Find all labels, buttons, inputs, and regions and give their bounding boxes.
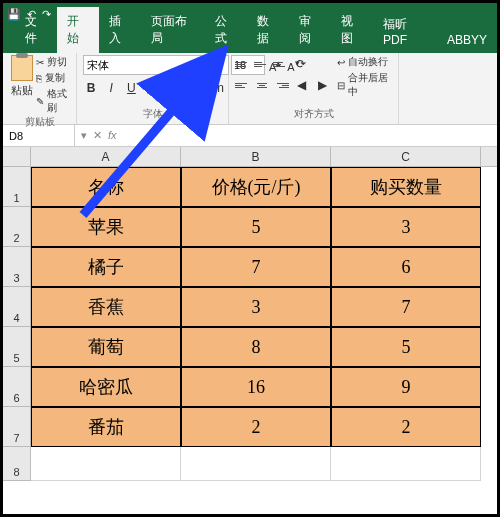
- namebox-dropdown-icon[interactable]: ▾: [81, 129, 87, 142]
- cell[interactable]: [331, 447, 481, 481]
- row-header[interactable]: 6: [3, 367, 31, 407]
- name-box[interactable]: D8: [3, 125, 75, 146]
- tab-data[interactable]: 数据: [247, 7, 289, 53]
- row-header[interactable]: 1: [3, 167, 31, 207]
- wrap-icon: ↩: [337, 57, 345, 68]
- tab-file[interactable]: 文件: [15, 7, 57, 53]
- align-right-icon[interactable]: [273, 78, 289, 92]
- fx-icon[interactable]: fx: [108, 129, 117, 142]
- cell[interactable]: 名称: [31, 167, 181, 207]
- cell[interactable]: 2: [331, 407, 481, 447]
- merge-center-button[interactable]: ⊟合并后居中: [337, 71, 392, 99]
- border-button[interactable]: ▦: [144, 79, 160, 97]
- tab-formula[interactable]: 公式: [205, 7, 247, 53]
- formula-bar-row: D8 ▾ ✕ fx: [3, 125, 497, 147]
- clipboard-group: 粘贴 ✂剪切 ⎘复制 ✎格式刷 剪贴板: [3, 53, 77, 124]
- row-header[interactable]: 8: [3, 447, 31, 481]
- cell[interactable]: [181, 447, 331, 481]
- cell[interactable]: 9: [331, 367, 481, 407]
- tab-abbyy[interactable]: ABBYY: [437, 27, 497, 53]
- grid-row: 2 苹果 5 3: [3, 207, 497, 247]
- cell[interactable]: 8: [181, 327, 331, 367]
- column-header-b[interactable]: B: [181, 147, 331, 166]
- row-header[interactable]: 3: [3, 247, 31, 287]
- cell[interactable]: [31, 447, 181, 481]
- cell[interactable]: 7: [181, 247, 331, 287]
- cell[interactable]: 香蕉: [31, 287, 181, 327]
- tab-view[interactable]: 视图: [331, 7, 373, 53]
- grid-row: 7 番茄 2 2: [3, 407, 497, 447]
- paste-icon: [11, 55, 33, 81]
- cell[interactable]: 3: [331, 207, 481, 247]
- align-top-icon[interactable]: [235, 57, 251, 71]
- cell[interactable]: 苹果: [31, 207, 181, 247]
- cut-button[interactable]: ✂剪切: [36, 55, 70, 69]
- column-header-a[interactable]: A: [31, 147, 181, 166]
- copy-icon: ⎘: [36, 73, 42, 84]
- grid-row: 8: [3, 447, 497, 481]
- cell[interactable]: 16: [181, 367, 331, 407]
- select-all-corner[interactable]: [3, 147, 31, 166]
- font-name-select[interactable]: [83, 55, 229, 75]
- cell[interactable]: 7: [331, 287, 481, 327]
- tab-foxit[interactable]: 福昕PDF: [373, 10, 437, 53]
- tab-layout[interactable]: 页面布局: [141, 7, 205, 53]
- format-painter-button[interactable]: ✎格式刷: [36, 87, 70, 115]
- align-left-icon[interactable]: [235, 78, 251, 92]
- font-color-button[interactable]: A: [184, 79, 200, 97]
- fill-color-button[interactable]: ◆: [164, 79, 180, 97]
- wrap-text-button[interactable]: ↩自动换行: [337, 55, 392, 69]
- row-header[interactable]: 7: [3, 407, 31, 447]
- tab-insert[interactable]: 插入: [99, 7, 141, 53]
- column-headers: A B C: [3, 147, 497, 167]
- grid-row: 6 哈密瓜 16 9: [3, 367, 497, 407]
- cell[interactable]: 2: [181, 407, 331, 447]
- grid-row: 5 葡萄 8 5: [3, 327, 497, 367]
- cell[interactable]: 葡萄: [31, 327, 181, 367]
- spreadsheet-grid[interactable]: A B C 1 名称 价格(元/斤) 购买数量 2 苹果 5 3 3 橘子 7 …: [3, 147, 497, 481]
- phonetic-button[interactable]: wén: [204, 79, 222, 97]
- alignment-group-label: 对齐方式: [235, 107, 392, 122]
- paste-button[interactable]: 粘贴: [9, 55, 36, 115]
- orientation-icon[interactable]: ⟳: [292, 55, 310, 73]
- brush-icon: ✎: [36, 96, 44, 107]
- ribbon-tabs: 文件 开始 插入 页面布局 公式 数据 审阅 视图 福昕PDF ABBYY: [3, 25, 497, 53]
- grid-row: 3 橘子 7 6: [3, 247, 497, 287]
- cell[interactable]: 橘子: [31, 247, 181, 287]
- cell[interactable]: 5: [181, 207, 331, 247]
- align-bottom-icon[interactable]: [273, 57, 289, 71]
- font-group: A▴ A▾ B I U ▦ ◆ A wén 字体: [77, 53, 229, 124]
- cell[interactable]: 购买数量: [331, 167, 481, 207]
- align-middle-icon[interactable]: [254, 57, 270, 71]
- cell[interactable]: 番茄: [31, 407, 181, 447]
- cell[interactable]: 哈密瓜: [31, 367, 181, 407]
- row-header[interactable]: 2: [3, 207, 31, 247]
- column-header-c[interactable]: C: [331, 147, 481, 166]
- font-group-label: 字体: [83, 107, 222, 122]
- paste-label: 粘贴: [11, 83, 33, 98]
- tab-home[interactable]: 开始: [57, 7, 99, 53]
- cell[interactable]: 6: [331, 247, 481, 287]
- alignment-group: ⟳ ◀ ▶ ↩自动换行 ⊟合并后居中 对齐方式: [229, 53, 399, 124]
- cell[interactable]: 价格(元/斤): [181, 167, 331, 207]
- copy-button[interactable]: ⎘复制: [36, 71, 70, 85]
- scissors-icon: ✂: [36, 57, 44, 68]
- italic-button[interactable]: I: [103, 79, 119, 97]
- row-header[interactable]: 4: [3, 287, 31, 327]
- cell[interactable]: 5: [331, 327, 481, 367]
- underline-button[interactable]: U: [123, 79, 139, 97]
- tab-review[interactable]: 审阅: [289, 7, 331, 53]
- ribbon: 粘贴 ✂剪切 ⎘复制 ✎格式刷 剪贴板 A▴ A▾ B I U ▦ ◆: [3, 53, 497, 125]
- grid-row: 1 名称 价格(元/斤) 购买数量: [3, 167, 497, 207]
- increase-indent-icon[interactable]: ▶: [313, 76, 331, 94]
- align-center-icon[interactable]: [254, 78, 270, 92]
- bold-button[interactable]: B: [83, 79, 99, 97]
- merge-icon: ⊟: [337, 80, 345, 91]
- grid-row: 4 香蕉 3 7: [3, 287, 497, 327]
- cell[interactable]: 3: [181, 287, 331, 327]
- cancel-icon[interactable]: ✕: [93, 129, 102, 142]
- row-header[interactable]: 5: [3, 327, 31, 367]
- decrease-indent-icon[interactable]: ◀: [292, 76, 310, 94]
